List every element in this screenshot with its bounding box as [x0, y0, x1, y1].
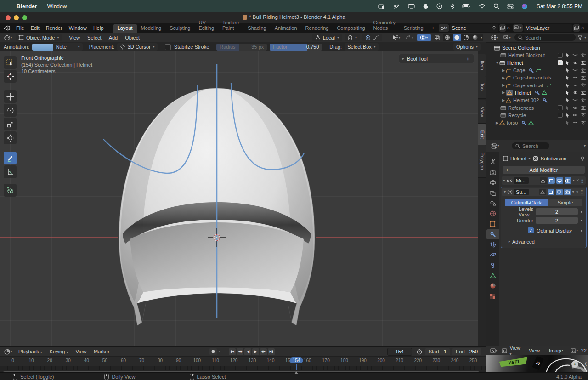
levels-viewport-field[interactable]: 2	[536, 208, 578, 215]
tab-shading[interactable]: Shading	[243, 24, 270, 33]
expand-arrow[interactable]: ▶	[501, 98, 506, 102]
cage-toggle[interactable]	[548, 177, 555, 184]
tab-particle-properties[interactable]	[486, 239, 499, 250]
outliner-row-cage-vertical[interactable]: ▶ Cage-vertical	[486, 81, 588, 89]
start-frame-field[interactable]: Start1	[425, 348, 450, 355]
modifier-expand-icon[interactable]: ▾	[504, 190, 506, 194]
scene-browse-icon[interactable]: ▾	[439, 24, 449, 32]
snapping-dropdown[interactable]: ▾	[345, 34, 360, 41]
screen-record-icon[interactable]	[378, 4, 385, 9]
xray-toggle[interactable]	[434, 34, 441, 41]
radius-slider[interactable]: Radius35 px	[216, 44, 267, 51]
shading-rendered-button[interactable]	[471, 34, 480, 41]
siri-icon[interactable]	[521, 3, 528, 10]
edit-mode-toggle[interactable]	[539, 189, 546, 195]
tab-texture-properties[interactable]	[486, 291, 499, 302]
outliner-row-helmet-mesh[interactable]: ▶ Helmet	[486, 89, 588, 96]
modifier-name[interactable]: Mi...	[514, 177, 529, 184]
selectable-icon[interactable]	[565, 98, 570, 102]
modifier-row-mirror[interactable]: ▾ Mi... ▾ ✕ ⣿	[502, 176, 586, 185]
tab-sculpting[interactable]: Sculpting	[165, 24, 194, 33]
editor-type-image-icon[interactable]: ▾	[488, 347, 499, 354]
menu-help[interactable]: Help	[90, 24, 107, 32]
auto-keying-dropdown[interactable]: ▾	[219, 350, 220, 353]
modifier-drag-handle[interactable]: ⣿	[581, 178, 584, 183]
selectable-icon[interactable]	[565, 68, 570, 73]
factor-slider[interactable]: Factor0.750	[270, 44, 322, 51]
mode-dropdown[interactable]: Object Mode▾	[16, 34, 62, 41]
scene-new-icon[interactable]	[499, 24, 506, 32]
tab-material-properties[interactable]	[486, 281, 499, 291]
tab-output-properties[interactable]	[486, 177, 499, 188]
exclude-checkbox[interactable]	[558, 113, 563, 118]
camera-visibility-icon[interactable]	[581, 106, 586, 110]
battery-icon[interactable]	[462, 4, 471, 9]
animate-dot[interactable]	[581, 211, 582, 213]
menubar-clock[interactable]: Sat Mar 2 8:55 PM	[537, 3, 582, 10]
bluetooth-icon[interactable]	[450, 3, 454, 9]
hide-icon-open[interactable]	[572, 106, 578, 110]
menu-select[interactable]: Select	[84, 34, 105, 41]
timeline-ruler[interactable]: 0102030405060708090100110120130140150160…	[0, 357, 486, 366]
image-name[interactable]: 22	[581, 348, 587, 353]
camera-visibility-icon[interactable]	[581, 76, 586, 80]
hide-icon-closed[interactable]	[572, 121, 578, 125]
object-visibility-dropdown[interactable]: ▾	[390, 34, 403, 41]
hide-icon-open[interactable]	[572, 113, 578, 117]
advanced-row[interactable]: ▾ Advanced	[505, 238, 582, 245]
menu-edit[interactable]: Edit	[28, 24, 43, 32]
render-toggle[interactable]	[564, 189, 571, 195]
camera-visibility-icon[interactable]	[581, 98, 586, 102]
tab-polygon[interactable]: Polygon	[478, 145, 486, 178]
current-frame-field[interactable]: 154	[387, 348, 412, 356]
tab-render-properties[interactable]	[486, 167, 499, 178]
tab-geometry-nodes[interactable]: Geometry Nodes	[369, 18, 400, 33]
add-workspace-button[interactable]: +	[428, 24, 439, 33]
tool-scale[interactable]	[4, 118, 17, 130]
menu-render[interactable]: Render	[43, 24, 66, 32]
tool-add-cube[interactable]	[4, 184, 17, 197]
drag-dropdown[interactable]: Select Box▾	[345, 43, 379, 51]
hide-icon-closed[interactable]	[572, 98, 578, 102]
outliner-row-cage-horizontals[interactable]: ▶ Cage-horizontals	[486, 74, 588, 81]
realtime-toggle[interactable]	[556, 177, 563, 184]
menu-timeline-view[interactable]: View	[72, 348, 90, 355]
tab-uv-editing[interactable]: UV Editing	[194, 18, 218, 33]
expand-arrow[interactable]: ▼	[495, 61, 499, 65]
tab-modifier-properties[interactable]	[486, 229, 499, 240]
cage-toggle[interactable]	[548, 189, 554, 195]
hide-icon-open[interactable]	[572, 61, 578, 65]
tool-cursor[interactable]	[4, 70, 17, 83]
hide-icon-closed[interactable]	[572, 68, 578, 72]
object-icon[interactable]	[503, 156, 508, 161]
exclude-checkbox[interactable]	[558, 105, 563, 110]
outliner-row-cage[interactable]: ▶ Cage	[486, 67, 588, 74]
expand-arrow[interactable]: ▶	[501, 91, 506, 95]
menu-view[interactable]: View	[65, 34, 84, 41]
camera-visibility-icon[interactable]	[581, 83, 586, 87]
end-frame-field[interactable]: End250	[452, 348, 481, 355]
wifi-icon[interactable]	[479, 4, 486, 9]
editor-type-timeline-icon[interactable]: ▾	[2, 348, 15, 355]
image-browse-icon[interactable]: ▾	[570, 347, 579, 354]
realtime-toggle[interactable]	[556, 189, 563, 195]
modifier-row-subdivision[interactable]: ▾ Su... ▾ ✕ ⣿	[502, 188, 585, 196]
subdivision-icon[interactable]	[533, 156, 538, 161]
macos-app-menu[interactable]: Blender	[17, 3, 37, 10]
exclude-checkbox[interactable]	[558, 53, 563, 58]
camera-visibility-icon[interactable]	[581, 53, 586, 57]
shading-wireframe-button[interactable]	[444, 34, 452, 41]
expand-arrow[interactable]: ▶	[495, 121, 499, 125]
proportional-edit-group[interactable]	[362, 34, 382, 41]
filter-dropdown[interactable]: ▾	[584, 36, 586, 40]
breadcrumb-modifier[interactable]: Subdivision	[541, 156, 566, 161]
zoom-overlay-icon[interactable]: +	[571, 361, 578, 368]
outliner-search[interactable]: Search	[514, 34, 576, 41]
annotation-color-swatch[interactable]	[32, 44, 53, 51]
viewlayer-remove-icon[interactable]: ✕	[581, 26, 584, 30]
hide-icon-closed[interactable]	[572, 76, 578, 79]
outliner-row-references[interactable]: References	[486, 104, 588, 111]
gizmos-dropdown[interactable]: ▾	[403, 34, 416, 41]
menu-file[interactable]: File	[13, 24, 28, 32]
selectable-icon[interactable]	[565, 83, 570, 88]
